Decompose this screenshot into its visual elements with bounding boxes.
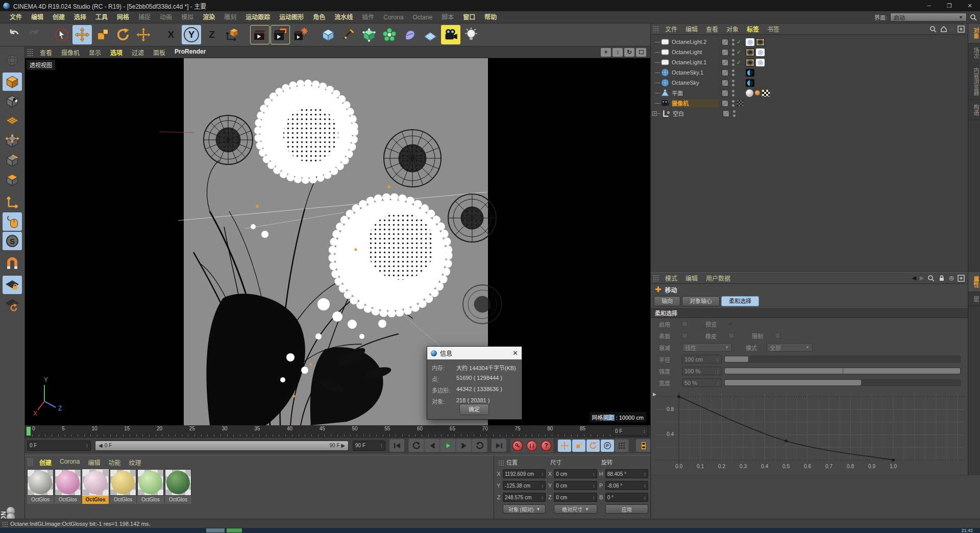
prev-key-button[interactable]: [409, 439, 424, 452]
menu-item[interactable]: 编辑: [27, 11, 48, 23]
material-thumbnail[interactable]: [27, 469, 54, 496]
visibility-dots[interactable]: [731, 59, 735, 66]
enable-axis-icon[interactable]: [3, 193, 22, 211]
history-back-icon[interactable]: ◀: [912, 275, 916, 281]
end-frame-field[interactable]: 90 F↕: [353, 441, 385, 451]
key-pla-toggle[interactable]: [615, 440, 628, 452]
texture-axis-mode-icon[interactable]: [3, 111, 22, 130]
rubber-checkbox[interactable]: [728, 333, 734, 338]
layer-color-toggle[interactable]: [722, 90, 728, 96]
menu-item[interactable]: 网格: [112, 11, 134, 23]
side-tab[interactable]: 属性: [968, 272, 980, 292]
light-material-tag-icon[interactable]: [746, 59, 754, 66]
material-tag-icon[interactable]: [746, 89, 753, 97]
octane-target-tag-icon[interactable]: ◎: [756, 49, 765, 56]
search-icon[interactable]: [970, 14, 977, 21]
attribute-tab[interactable]: 柔和选择: [721, 296, 759, 306]
menu-item[interactable]: 雕刻: [219, 11, 241, 23]
viewport-maximize-icon[interactable]: [636, 48, 646, 57]
visibility-dots[interactable]: [731, 39, 735, 45]
render-view-button[interactable]: [250, 25, 270, 44]
enable-check[interactable]: ✓: [737, 59, 744, 66]
viewport-menu-item[interactable]: 摄像机: [57, 48, 84, 57]
ok-button[interactable]: 确定: [459, 404, 489, 415]
om-menu-item[interactable]: 查看: [702, 25, 722, 33]
key-position-toggle[interactable]: [558, 440, 571, 452]
material-item[interactable]: OctGlos: [82, 469, 109, 504]
current-frame-field-top[interactable]: 0 F↕: [612, 426, 648, 436]
panel-grip[interactable]: [652, 25, 659, 33]
perspective-viewport[interactable]: Y Z X 透视视图 网格间距 : 10000 cm: [25, 58, 650, 425]
radius-field[interactable]: 100 cm↕: [682, 355, 722, 364]
menu-item[interactable]: 动画: [155, 11, 177, 23]
prev-frame-button[interactable]: [425, 439, 439, 452]
panel-grip[interactable]: [2, 521, 8, 527]
add-layer-icon[interactable]: [958, 26, 965, 33]
octane-target-tag-icon[interactable]: ◎: [756, 59, 765, 66]
undo-button[interactable]: [4, 25, 23, 44]
size-x-field[interactable]: 0 cm↕: [554, 469, 597, 478]
object-name[interactable]: OctaneLight.1: [672, 59, 719, 65]
new-panel-icon[interactable]: [958, 275, 965, 282]
object-row[interactable]: OctaneLight ✓ ◎: [651, 47, 968, 57]
z-axis-lock[interactable]: Z: [202, 25, 222, 44]
info-dialog[interactable]: 信息 ✕ 内存:大约 144304千字节(KB) 点:51690 ( 12984…: [427, 346, 522, 420]
rotate-tool[interactable]: [113, 25, 133, 44]
object-name[interactable]: 平面: [672, 89, 719, 97]
light-material-tag-icon[interactable]: [746, 49, 754, 56]
menu-item[interactable]: 渲染: [198, 11, 219, 23]
live-selection-tool[interactable]: [52, 25, 71, 44]
layer-color-toggle[interactable]: [722, 49, 728, 56]
material-label[interactable]: OctGlos: [27, 496, 54, 504]
viewport-solo-icon[interactable]: S: [3, 232, 22, 250]
dialog-close-icon[interactable]: ✕: [512, 349, 518, 357]
material-label[interactable]: OctGlos: [55, 496, 81, 504]
move-tool[interactable]: [72, 25, 92, 44]
surface-checkbox[interactable]: [682, 333, 688, 338]
menu-item[interactable]: 创建: [48, 11, 69, 23]
visibility-dots[interactable]: [731, 69, 735, 76]
visibility-dots[interactable]: [731, 90, 735, 96]
side-tab[interactable]: 构造: [968, 100, 980, 120]
snap-mouse-icon[interactable]: [3, 212, 22, 231]
light-button[interactable]: [461, 25, 481, 44]
last-used-tool-move[interactable]: [134, 25, 153, 44]
viewport-rotate-icon[interactable]: ↻: [624, 48, 634, 57]
render-settings-button[interactable]: [291, 25, 310, 44]
goto-start-button[interactable]: [389, 439, 404, 452]
material-menu-item[interactable]: 编辑: [84, 458, 104, 467]
object-name-selected[interactable]: 摄像机: [672, 99, 719, 107]
texture-mode-icon[interactable]: [3, 92, 22, 110]
viewport-menu-item[interactable]: 显示: [84, 48, 106, 57]
om-menu-item[interactable]: 标签: [743, 25, 763, 33]
panel-grip[interactable]: [652, 274, 659, 282]
preview-range-slider[interactable]: ◀0 F 90 F ▶: [95, 441, 349, 451]
search-icon[interactable]: [929, 26, 937, 33]
object-name[interactable]: OctaneSky: [672, 80, 719, 86]
menu-item[interactable]: 角色: [308, 11, 330, 23]
om-menu-item[interactable]: 书签: [763, 25, 783, 33]
material-thumbnail[interactable]: [110, 469, 136, 496]
layer-color-toggle[interactable]: [722, 100, 728, 107]
om-menu-item[interactable]: 对象: [722, 25, 743, 33]
view-label[interactable]: 透视视图: [27, 60, 55, 70]
position-x-field[interactable]: 1192.609 cm↕: [503, 469, 546, 478]
menu-item[interactable]: 流水线: [330, 11, 357, 23]
object-name[interactable]: OctaneLight: [672, 49, 719, 55]
viewport-menu-item[interactable]: ProRender: [170, 48, 210, 57]
object-row[interactable]: OctaneSky: [651, 78, 968, 88]
viewport-menu-item[interactable]: 面板: [149, 48, 170, 57]
history-forward-icon[interactable]: ▶: [920, 275, 924, 281]
octane-target-tag-icon[interactable]: ◎: [746, 38, 754, 46]
position-mode-dropdown[interactable]: 对象 (相对)▼: [503, 504, 546, 514]
side-tab[interactable]: 层: [968, 292, 980, 306]
material-thumbnail[interactable]: [82, 469, 109, 496]
material-label[interactable]: OctGlos: [82, 496, 109, 504]
width-slider[interactable]: [724, 379, 961, 386]
attr-menu-item[interactable]: 模式: [661, 274, 681, 282]
object-name[interactable]: OctaneSky.1: [672, 69, 719, 76]
key-parameter-toggle[interactable]: P: [601, 440, 614, 452]
viewport-menu-item[interactable]: 过滤: [127, 48, 149, 57]
viewport-menu-item[interactable]: 选项: [106, 48, 127, 57]
panel-grip[interactable]: [27, 48, 33, 56]
